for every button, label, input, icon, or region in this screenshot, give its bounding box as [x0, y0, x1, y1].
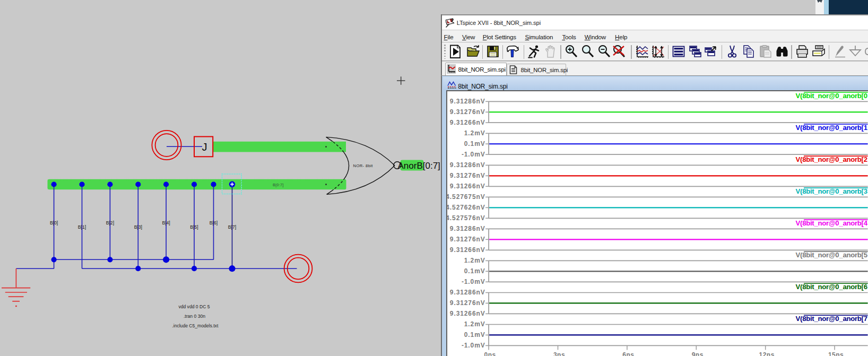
svg-text:V(8bit_nor@0_anorb[7: V(8bit_nor@0_anorb[7 — [796, 315, 867, 323]
svg-text:0.1mV: 0.1mV — [464, 332, 485, 339]
svg-text:B[7]: B[7] — [228, 224, 236, 230]
svg-text:9.31266nV: 9.31266nV — [450, 183, 485, 190]
svg-text:V(8bit_nor@0_anorb[1: V(8bit_nor@0_anorb[1 — [796, 124, 867, 132]
svg-text:V(8bit_nor@0_anorb[3: V(8bit_nor@0_anorb[3 — [796, 187, 867, 195]
svg-text:B[6]: B[6] — [210, 220, 218, 225]
svg-text:1.2mV: 1.2mV — [464, 321, 485, 328]
svg-text:4.527576nV: 4.527576nV — [447, 215, 485, 222]
svg-text:AnorB[0:7]: AnorB[0:7] — [398, 161, 440, 171]
svg-text:B[0:7]: B[0:7] — [273, 183, 284, 187]
svg-text:V(8bit_nor@0_anorb[5: V(8bit_nor@0_anorb[5 — [796, 251, 867, 259]
svg-text:B[3]: B[3] — [134, 224, 142, 230]
svg-text:B[5]: B[5] — [190, 224, 198, 230]
svg-text:V(8bit_nor@0_anorb[6: V(8bit_nor@0_anorb[6 — [796, 283, 867, 291]
svg-text:-1.0mV: -1.0mV — [462, 279, 485, 286]
svg-text:3ns: 3ns — [553, 352, 565, 356]
svg-text:B[0]: B[0] — [50, 220, 58, 225]
svg-text:4.527675nV: 4.527675nV — [447, 194, 485, 201]
svg-text:9.31286nV: 9.31286nV — [450, 98, 485, 106]
svg-text:.include C5_models.txt: .include C5_models.txt — [172, 323, 219, 328]
svg-text:B[1]: B[1] — [78, 224, 86, 230]
svg-text:9.31276nV: 9.31276nV — [450, 300, 485, 307]
svg-text:-1.0mV: -1.0mV — [462, 342, 485, 350]
svg-text:V(8bit_nor@0_anorb[2: V(8bit_nor@0_anorb[2 — [796, 155, 867, 163]
svg-text:0.1mV: 0.1mV — [464, 268, 485, 275]
svg-text:NOR- 8bit: NOR- 8bit — [353, 163, 374, 168]
svg-text:12ns: 12ns — [759, 352, 775, 356]
svg-text:.tran 0 30n: .tran 0 30n — [184, 314, 205, 319]
svg-text:9.31286nV: 9.31286nV — [450, 225, 485, 233]
svg-text:1.2mV: 1.2mV — [464, 130, 485, 137]
svg-text:9.31266nV: 9.31266nV — [450, 247, 485, 254]
svg-text:J: J — [202, 141, 207, 153]
svg-text:0ns: 0ns — [484, 352, 496, 356]
svg-text:9.31286nV: 9.31286nV — [450, 289, 485, 297]
svg-text:4.527626nV: 4.527626nV — [447, 204, 485, 212]
svg-text:vdd vdd 0 DC 5: vdd vdd 0 DC 5 — [178, 304, 210, 309]
svg-text:V(8bit_nor@0_anorb[0: V(8bit_nor@0_anorb[0 — [796, 92, 867, 100]
svg-text:15ns: 15ns — [828, 352, 844, 356]
svg-text:1.2mV: 1.2mV — [464, 257, 485, 265]
svg-text:9ns: 9ns — [692, 352, 704, 356]
svg-text:0.1mV: 0.1mV — [464, 141, 485, 148]
svg-text:9.31276nV: 9.31276nV — [450, 172, 485, 180]
svg-text:9.31286nV: 9.31286nV — [450, 162, 485, 169]
svg-text:6ns: 6ns — [623, 352, 635, 356]
svg-text:V(8bit_nor@0_anorb[4: V(8bit_nor@0_anorb[4 — [796, 219, 868, 227]
svg-text:B[2]: B[2] — [106, 220, 114, 225]
svg-text:-1.0mV: -1.0mV — [462, 151, 485, 159]
svg-text:B[4]: B[4] — [162, 220, 170, 225]
svg-text:9.31266nV: 9.31266nV — [450, 310, 485, 318]
svg-text:9.31276nV: 9.31276nV — [450, 236, 485, 244]
svg-text:9.31266nV: 9.31266nV — [450, 119, 485, 127]
svg-text:9.31276nV: 9.31276nV — [450, 109, 485, 116]
